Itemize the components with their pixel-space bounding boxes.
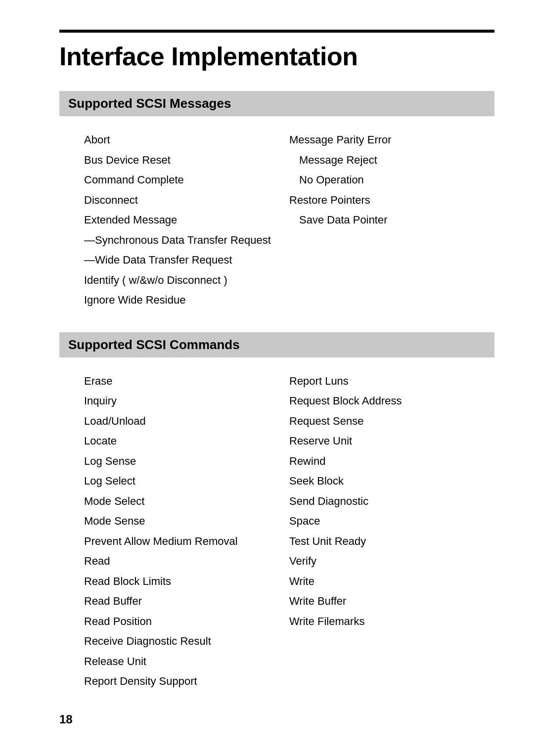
list-item: Receive Diagnostic Result	[84, 631, 289, 652]
list-item: Write	[289, 572, 494, 592]
messages-section-title: Supported SCSI Messages	[68, 96, 231, 111]
list-item: No Operation	[289, 170, 494, 190]
list-item: Read Position	[84, 612, 289, 632]
list-item: Test Unit Ready	[289, 532, 494, 552]
list-item: Locate	[84, 431, 289, 451]
list-item: Log Select	[84, 471, 289, 491]
list-item: Inquiry	[84, 391, 289, 411]
messages-left-column: Abort Bus Device Reset Command Complete …	[84, 130, 289, 311]
list-item: Ignore Wide Residue	[84, 290, 289, 311]
list-item: —Wide Data Transfer Request	[84, 250, 289, 270]
list-item: Request Block Address	[289, 391, 494, 411]
list-item: Erase	[84, 371, 289, 392]
list-item: Save Data Pointer	[289, 210, 494, 230]
list-item: Read Block Limits	[84, 572, 289, 592]
list-item: Report Luns	[289, 371, 494, 392]
list-item: Mode Sense	[84, 511, 289, 532]
list-item: Write Filemarks	[289, 612, 494, 632]
list-item: Bus Device Reset	[84, 150, 289, 171]
list-item: Reserve Unit	[289, 431, 494, 451]
list-item: Request Sense	[289, 411, 494, 432]
list-item: Rewind	[289, 451, 494, 472]
list-item: Send Diagnostic	[289, 491, 494, 512]
messages-section: Supported SCSI Messages Abort Bus Device…	[59, 91, 494, 311]
commands-section: Supported SCSI Commands Erase Inquiry Lo…	[59, 332, 494, 692]
list-item: Extended Message	[84, 210, 289, 230]
page-number: 18	[59, 712, 73, 726]
list-item: Write Buffer	[289, 591, 494, 612]
page-title: Interface Implementation	[59, 42, 494, 71]
list-item: Log Sense	[84, 451, 289, 472]
list-item: Report Density Support	[84, 671, 289, 692]
messages-section-header: Supported SCSI Messages	[59, 91, 494, 116]
list-item: Abort	[84, 130, 289, 150]
commands-list: Erase Inquiry Load/Unload Locate Log Sen…	[59, 371, 494, 692]
top-border	[59, 30, 494, 33]
list-item: Seek Block	[289, 471, 494, 491]
list-item: Identify ( w/&w/o Disconnect )	[84, 270, 289, 291]
list-item: Restore Pointers	[289, 190, 494, 211]
list-item: Read Buffer	[84, 591, 289, 612]
commands-section-header: Supported SCSI Commands	[59, 332, 494, 357]
list-item: Message Parity Error	[289, 130, 494, 150]
list-item: Mode Select	[84, 491, 289, 512]
commands-left-column: Erase Inquiry Load/Unload Locate Log Sen…	[84, 371, 289, 692]
commands-right-column: Report Luns Request Block Address Reques…	[289, 371, 494, 692]
list-item: Space	[289, 511, 494, 532]
messages-list: Abort Bus Device Reset Command Complete …	[59, 130, 494, 311]
list-item: Release Unit	[84, 652, 289, 672]
page: Interface Implementation Supported SCSI …	[0, 0, 534, 756]
list-item: —Synchronous Data Transfer Request	[84, 230, 289, 251]
list-item: Load/Unload	[84, 411, 289, 432]
commands-section-title: Supported SCSI Commands	[68, 337, 240, 352]
list-item: Disconnect	[84, 190, 289, 211]
messages-right-column: Message Parity Error Message Reject No O…	[289, 130, 494, 311]
list-item: Prevent Allow Medium Removal	[84, 532, 289, 552]
list-item: Verify	[289, 551, 494, 572]
list-item: Command Complete	[84, 170, 289, 190]
list-item: Read	[84, 551, 289, 572]
list-item: Message Reject	[289, 150, 494, 171]
